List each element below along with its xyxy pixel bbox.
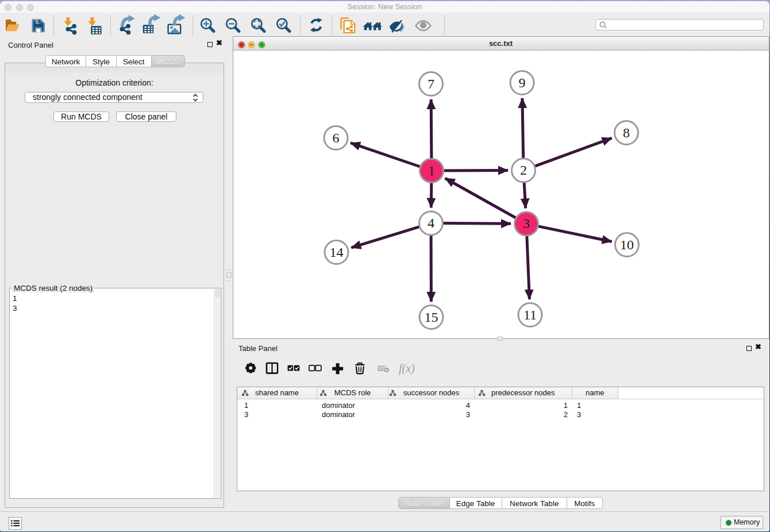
svg-text:14: 14: [330, 245, 344, 260]
svg-text:15: 15: [425, 310, 438, 325]
svg-text:7: 7: [428, 76, 434, 91]
svg-text:11: 11: [523, 307, 537, 322]
svg-text:8: 8: [623, 125, 630, 140]
svg-text:4: 4: [428, 215, 434, 230]
svg-text:2: 2: [520, 163, 527, 178]
svg-text:f(x): f(x): [399, 362, 415, 375]
svg-text:3: 3: [523, 216, 530, 231]
svg-text:6: 6: [333, 130, 340, 145]
svg-text:9: 9: [519, 75, 526, 90]
svg-text:1: 1: [428, 163, 435, 178]
svg-text:10: 10: [620, 237, 634, 252]
